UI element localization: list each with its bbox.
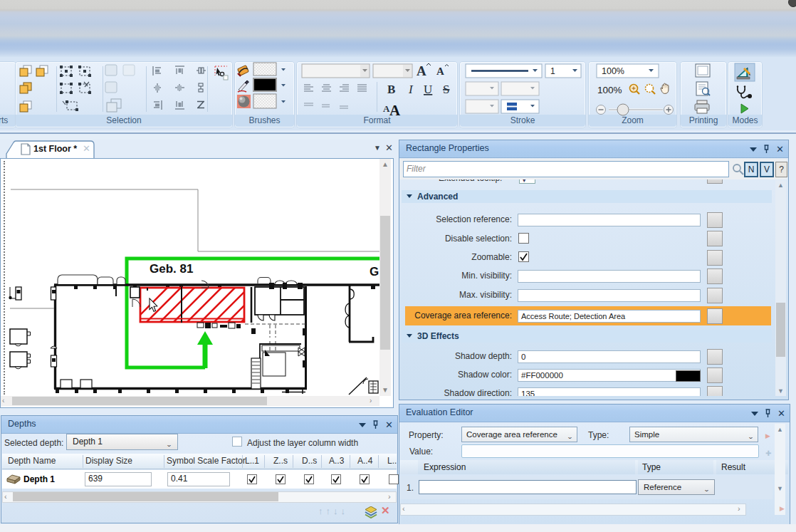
- svg-text:100%: 100%: [602, 66, 624, 76]
- svg-text:Geb. 81: Geb. 81: [150, 262, 193, 276]
- svg-text:A: A: [417, 63, 426, 78]
- svg-text:A: A: [389, 102, 401, 119]
- svg-text:U: U: [424, 83, 432, 96]
- svg-text:B: B: [387, 83, 395, 96]
- svg-text:G: G: [370, 265, 379, 278]
- svg-text:100%: 100%: [597, 85, 622, 95]
- svg-text:S: S: [443, 83, 449, 96]
- svg-text:I: I: [408, 83, 414, 96]
- svg-text:A: A: [436, 66, 444, 77]
- svg-text:1: 1: [550, 66, 555, 76]
